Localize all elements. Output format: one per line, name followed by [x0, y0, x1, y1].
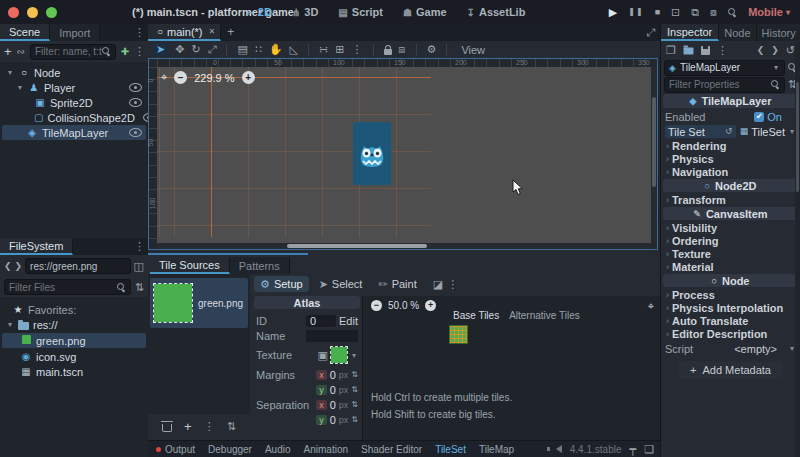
bottom-panel-tilemap[interactable]: TileMap	[479, 444, 514, 455]
ruler-tool-icon[interactable]: ◺	[290, 44, 298, 55]
tab-patterns[interactable]: Patterns	[230, 257, 290, 274]
spinner-icon[interactable]: ⇅	[351, 370, 358, 379]
edit-forward-icon[interactable]: ❯	[771, 46, 779, 55]
checkbox-checked-icon[interactable]: ✔	[754, 112, 764, 122]
skeleton-options-icon[interactable]: ⚙	[427, 44, 437, 55]
zoom-level[interactable]: 229.9 %	[194, 72, 234, 84]
history-list-icon[interactable]: ↺	[786, 45, 795, 56]
center-view-icon[interactable]: ⌖	[161, 72, 167, 83]
script-value[interactable]: <empty>	[734, 343, 777, 355]
load-resource-icon[interactable]	[683, 47, 693, 54]
pivot-tool-icon[interactable]: ∷	[255, 44, 262, 55]
add-node-button[interactable]: +	[4, 45, 12, 58]
tab-import[interactable]: Import	[50, 24, 100, 41]
scale-tool-button[interactable]: ⤢	[208, 44, 217, 55]
close-window-button[interactable]	[8, 7, 19, 18]
visibility-eye-icon[interactable]	[129, 128, 142, 137]
tab-scene[interactable]: Scene	[0, 24, 50, 41]
section-material[interactable]: ›Material	[661, 260, 800, 273]
edit-back-icon[interactable]: ❮	[757, 46, 765, 55]
history-forward-icon[interactable]: ❯	[15, 262, 23, 271]
scene-panel-menu-icon[interactable]: ⋮	[134, 27, 145, 38]
tab-filesystem[interactable]: FileSystem	[0, 238, 73, 255]
id-edit-button[interactable]: Edit	[339, 315, 358, 327]
section-rendering[interactable]: ›Rendering	[661, 139, 800, 152]
vertical-scrollbar-thumb[interactable]	[652, 97, 656, 187]
spinner-icon[interactable]: ⇅	[351, 385, 358, 394]
tab-base-tiles[interactable]: Base Tiles	[453, 310, 499, 321]
group-object-icon[interactable]: ⧈	[399, 44, 406, 55]
play-button[interactable]: ▶	[609, 7, 617, 18]
bottom-panel-output[interactable]: Output	[156, 444, 195, 455]
bottom-panel-debugger[interactable]: Debugger	[208, 444, 252, 455]
lock-object-icon[interactable]	[384, 49, 392, 55]
setup-tool-button[interactable]: ⚙Setup	[254, 276, 309, 292]
revert-icon[interactable]: ↺	[725, 127, 733, 136]
pause-button[interactable]: ❚❚	[628, 8, 643, 16]
inspector-scrollbar-thumb[interactable]	[796, 82, 799, 192]
expand-bottom-panel-icon[interactable]: ❏	[644, 444, 654, 455]
bottom-panel-tileset[interactable]: TileSet	[435, 444, 466, 455]
section-physics[interactable]: ›Physics	[661, 152, 800, 165]
tab-game[interactable]: ☗Game	[403, 6, 447, 18]
new-resource-icon[interactable]: ❐	[666, 45, 676, 56]
paint-tool-button[interactable]: ✏Paint	[372, 276, 422, 292]
horizontal-scrollbar[interactable]	[157, 243, 651, 249]
add-metadata-button[interactable]: +Add Metadata	[678, 361, 783, 379]
attach-script-icon[interactable]: ✚	[121, 47, 129, 57]
history-back-icon[interactable]: ❮	[4, 262, 12, 271]
zoom-out-button[interactable]: −	[371, 300, 382, 311]
canvas[interactable]: ⌖ − 229.9 % +	[157, 67, 651, 243]
grid-snap-icon[interactable]: ⊞	[335, 44, 344, 55]
tab-inspector[interactable]: Inspector	[661, 24, 719, 41]
collapse-icon[interactable]: ▾	[6, 68, 14, 77]
filesystem-menu-icon[interactable]: ⋮	[134, 241, 145, 252]
inspector-scrollbar[interactable]	[795, 42, 800, 457]
audio-mute-icon[interactable]	[556, 445, 562, 453]
scene-tree-menu-icon[interactable]: ⋮	[134, 46, 145, 57]
tab-history[interactable]: History	[757, 24, 800, 41]
tree-row-sprite2d[interactable]: ▣ Sprite2D	[0, 95, 148, 110]
file-row-green-png[interactable]: green.png	[2, 333, 146, 348]
minimize-window-button[interactable]	[27, 7, 38, 18]
tab-2d[interactable]: ⌐2D	[248, 6, 272, 18]
renderer-selector[interactable]: Mobile▾	[748, 6, 790, 18]
zoom-out-button[interactable]: −	[174, 71, 187, 84]
pan-tool-icon[interactable]: ✋	[269, 44, 283, 55]
tile-set-resource-picker[interactable]: ▦ TileSet ▾	[740, 126, 796, 138]
tools-menu-icon[interactable]: ⋮	[447, 279, 458, 290]
view-menu[interactable]: View	[457, 44, 489, 56]
texture-thumbnail[interactable]	[331, 347, 347, 363]
zoom-in-button[interactable]: +	[242, 71, 255, 84]
base-tile-atlas-texture[interactable]	[450, 326, 467, 343]
bottom-panel-shader-editor[interactable]: Shader Editor	[361, 444, 422, 455]
section-editor-description[interactable]: ›Editor Description	[661, 327, 800, 340]
tile-set-label-cell[interactable]: Tile Set ↺	[665, 125, 736, 138]
chevron-down-icon[interactable]: ▾	[350, 351, 358, 360]
atlas-zoom-level[interactable]: 50.0 %	[388, 300, 419, 311]
section-texture[interactable]: ›Texture	[661, 247, 800, 260]
section-process[interactable]: ›Process	[661, 288, 800, 301]
file-row-main-tscn[interactable]: ▦ main.tscn	[0, 364, 148, 379]
tab-node[interactable]: Node	[719, 24, 756, 41]
profiler-search-icon[interactable]	[728, 8, 737, 17]
section-ordering[interactable]: ›Ordering	[661, 234, 800, 247]
tree-row-node[interactable]: ▾ ○ Node	[0, 65, 148, 80]
instance-scene-icon[interactable]: ∾	[17, 47, 25, 57]
horizontal-scrollbar-thumb[interactable]	[287, 244, 427, 248]
sort-sources-icon[interactable]: ⇅	[227, 421, 236, 432]
smart-snap-icon[interactable]: ∺	[319, 44, 328, 55]
center-view-icon[interactable]: ⌖	[648, 301, 654, 312]
vertical-scrollbar[interactable]	[651, 67, 657, 243]
tree-row-tilemaplayer[interactable]: ◈ TileMapLayer	[2, 125, 146, 140]
remote-debug-icon[interactable]: ⊡	[671, 7, 680, 18]
section-auto-translate[interactable]: ›Auto Translate	[661, 314, 800, 327]
zoom-in-button[interactable]: +	[425, 300, 436, 311]
expand-viewport-icon[interactable]: ⤢	[646, 27, 655, 38]
pin-bottom-panel-icon[interactable]: ┯	[630, 444, 637, 455]
new-scene-tab-button[interactable]: +	[227, 26, 234, 38]
resource-menu-icon[interactable]: ⋮	[717, 45, 728, 56]
section-transform[interactable]: ›Transform	[661, 193, 800, 206]
tab-3d[interactable]: ⋔3D	[292, 6, 318, 18]
source-menu-icon[interactable]: ⋮	[204, 421, 215, 432]
